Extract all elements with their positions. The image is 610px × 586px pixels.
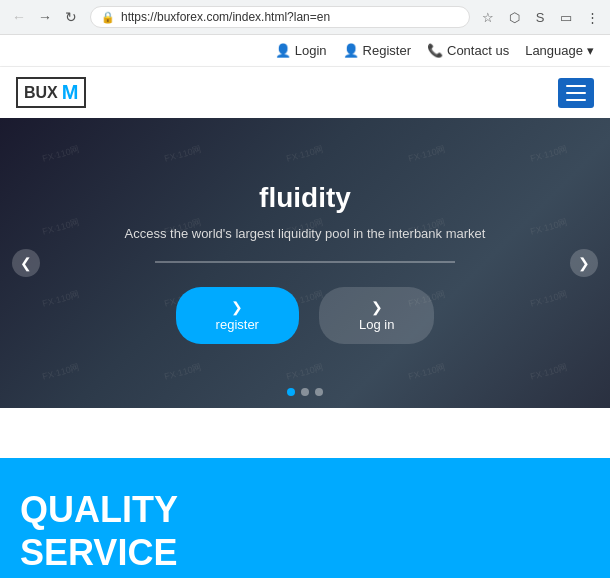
hamburger-line-2 [566,92,586,94]
blue-section: QUALITY SERVICE [0,458,610,578]
login-label: Login [295,43,327,58]
register-link[interactable]: 👤 Register [343,43,411,58]
login-button-label: Log in [359,317,394,332]
contact-link[interactable]: 📞 Contact us [427,43,509,58]
address-bar[interactable]: 🔒 https://buxforex.com/index.html?lan=en [90,6,470,28]
hero-title: fluidity [125,182,486,214]
logo: BUX M [16,77,86,108]
lock-icon: 🔒 [101,11,115,24]
hero-next-arrow[interactable]: ❯ [570,249,598,277]
bookmark-icon[interactable]: ☆ [478,7,498,27]
register-button-label: register [216,317,259,332]
hero-dot-1[interactable] [287,388,295,396]
language-label: Language [525,43,583,58]
profile-icon[interactable]: S [530,7,550,27]
site-wrapper: 👤 Login 👤 Register 📞 Contact us Language… [0,35,610,579]
nav-buttons: ← → ↻ [8,6,82,28]
browser-actions: ☆ ⬡ S ▭ ⋮ [478,7,602,27]
register-label: Register [363,43,411,58]
hero-prev-arrow[interactable]: ❮ [12,249,40,277]
white-gap-section [0,408,610,458]
main-nav: BUX M [0,67,610,118]
login-link[interactable]: 👤 Login [275,43,327,58]
register-arrow-icon: ❯ [231,299,243,315]
extensions-icon[interactable]: ⬡ [504,7,524,27]
top-nav: 👤 Login 👤 Register 📞 Contact us Language… [0,35,610,67]
browser-toolbar: ← → ↻ 🔒 https://buxforex.com/index.html?… [0,0,610,34]
hero-section: FX·110网 FX·110网 FX·110网 FX·110网 FX·110网 … [0,118,610,408]
hero-subtitle: Access the world's largest liquidity poo… [125,226,486,241]
contact-label: Contact us [447,43,509,58]
login-button[interactable]: ❯ Log in [319,287,434,344]
contact-phone-icon: 📞 [427,43,443,58]
hero-nav-arrows: ❮ ❯ [0,249,610,277]
forward-button[interactable]: → [34,6,56,28]
back-button[interactable]: ← [8,6,30,28]
refresh-button[interactable]: ↻ [60,6,82,28]
logo-m-text: M [62,81,79,104]
language-chevron-icon: ▾ [587,43,594,58]
menu-icon[interactable]: ⋮ [582,7,602,27]
login-arrow-icon: ❯ [371,299,383,315]
url-text: https://buxforex.com/index.html?lan=en [121,10,459,24]
register-button[interactable]: ❯ register [176,287,299,344]
login-person-icon: 👤 [275,43,291,58]
register-person-icon: 👤 [343,43,359,58]
language-link[interactable]: Language ▾ [525,43,594,58]
quality-title-line2: SERVICE [20,531,590,574]
hamburger-line-3 [566,99,586,101]
logo-bux-text: BUX [24,84,58,102]
hero-buttons: ❯ register ❯ Log in [125,287,486,344]
hero-dots [287,388,323,396]
hero-dot-3[interactable] [315,388,323,396]
cast-icon[interactable]: ▭ [556,7,576,27]
hamburger-button[interactable] [558,78,594,108]
quality-title-line1: QUALITY [20,488,590,531]
hero-dot-2[interactable] [301,388,309,396]
hamburger-line-1 [566,85,586,87]
browser-chrome: ← → ↻ 🔒 https://buxforex.com/index.html?… [0,0,610,35]
